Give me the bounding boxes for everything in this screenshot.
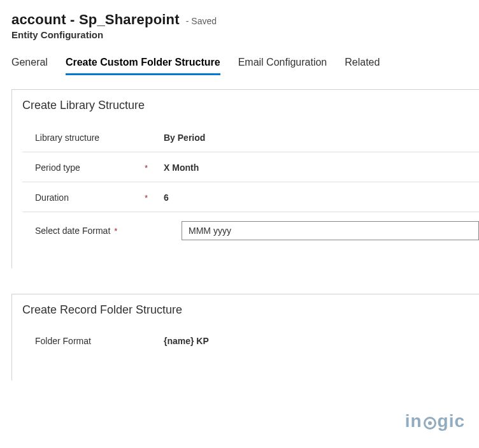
label-library-structure: Library structure [35,133,143,143]
field-library-structure[interactable]: Library structure By Period [22,122,479,152]
label-select-date-format: Select date Format * [35,226,143,236]
save-status: - Saved [186,16,217,26]
tab-email-configuration[interactable]: Email Configuration [238,57,327,75]
tabs-bar: General Create Custom Folder Structure E… [11,57,479,75]
entity-subtitle: Entity Configuration [11,29,479,40]
create-library-structure-panel: Create Library Structure Library structu… [11,89,479,268]
tab-general[interactable]: General [11,57,48,75]
label-duration: Duration [35,192,143,203]
date-format-select[interactable]: MMM yyyy [182,221,479,240]
section-title-library: Create Library Structure [22,99,479,112]
value-duration: 6 [162,192,479,203]
field-duration[interactable]: Duration * 6 [22,182,479,212]
create-record-folder-structure-panel: Create Record Folder Structure Folder Fo… [11,294,479,380]
value-period-type: X Month [162,163,479,173]
field-select-date-format[interactable]: Select date Format * MMM yyyy [22,212,479,249]
required-icon: * [145,163,148,173]
label-period-type: Period type [35,163,143,173]
tab-create-custom-folder-structure[interactable]: Create Custom Folder Structure [66,57,220,75]
tab-related[interactable]: Related [345,57,380,75]
field-period-type[interactable]: Period type * X Month [22,152,479,182]
page-title: account - Sp_Sharepoint [11,11,180,28]
label-folder-format: Folder Format [35,336,143,346]
value-library-structure: By Period [162,133,479,143]
date-format-value: MMM yyyy [189,226,231,236]
required-icon: * [114,226,117,236]
section-title-record: Create Record Folder Structure [22,303,479,317]
value-folder-format: {name} KP [162,336,479,346]
required-icon: * [145,193,148,203]
field-folder-format[interactable]: Folder Format {name} KP [22,327,479,355]
